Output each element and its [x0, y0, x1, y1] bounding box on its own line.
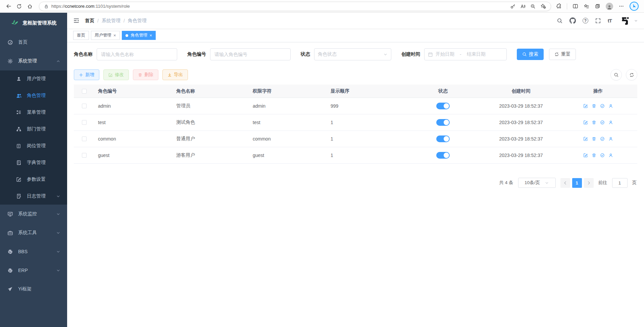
status-toggle[interactable] — [436, 152, 450, 159]
edit-row-icon[interactable] — [583, 120, 588, 125]
prev-page-button[interactable] — [560, 178, 570, 188]
favorites-bar-icon[interactable] — [584, 3, 589, 9]
font-size-icon[interactable]: tT — [608, 18, 612, 23]
assign-user-icon[interactable] — [608, 137, 613, 141]
sidebar-item-user-management[interactable]: 用户管理 — [0, 70, 67, 87]
show-search-toggle-button[interactable] — [610, 69, 622, 80]
tab-user-management[interactable]: 用户管理× — [91, 31, 120, 40]
status-toggle[interactable] — [436, 103, 450, 109]
read-aloud-icon[interactable] — [520, 4, 526, 9]
fullscreen-icon[interactable] — [595, 18, 601, 24]
search-button[interactable]: 搜索 — [517, 49, 544, 60]
role-name-input[interactable] — [97, 48, 177, 60]
bing-chat-icon[interactable] — [630, 2, 639, 11]
sidebar-item-role-management[interactable]: 角色管理 — [0, 87, 67, 104]
browser-profile-avatar[interactable] — [606, 3, 613, 10]
chevron-up-icon — [56, 59, 60, 63]
row-checkbox[interactable] — [82, 137, 87, 141]
browser-home-button[interactable] — [25, 1, 35, 11]
download-icon — [167, 73, 172, 77]
sidebar-item-menu-management[interactable]: 菜单管理 — [0, 104, 67, 121]
row-checkbox[interactable] — [82, 120, 87, 125]
chevron-down-icon — [56, 231, 60, 235]
url-text[interactable]: https://ccnetcore.com:1101/system/role — [51, 4, 510, 9]
breadcrumb-system: 系统管理 — [102, 18, 120, 24]
created-time-label: 创建时间 — [401, 51, 420, 57]
next-page-button[interactable] — [584, 178, 594, 188]
assign-user-icon[interactable] — [608, 153, 613, 158]
edit-row-icon[interactable] — [583, 153, 588, 158]
sidebar-collapse-icon[interactable] — [73, 17, 80, 24]
close-icon[interactable]: × — [150, 33, 152, 38]
password-key-icon[interactable] — [510, 4, 515, 9]
sidebar-item-yi-framework[interactable]: Yi框架 — [0, 280, 67, 298]
delete-row-icon[interactable] — [592, 153, 596, 158]
goto-page-input[interactable] — [612, 178, 628, 188]
assign-user-icon[interactable] — [608, 104, 613, 108]
sidebar-item-bbs[interactable]: BBS — [0, 242, 67, 261]
sidebar-item-dict-management[interactable]: 字典管理 — [0, 154, 67, 171]
delete-button[interactable]: 删除 — [133, 69, 158, 80]
help-icon[interactable]: ? — [583, 18, 588, 23]
gear-icon — [7, 58, 13, 64]
start-date-placeholder[interactable]: 开始日期 — [436, 51, 454, 57]
add-favorite-icon[interactable] — [540, 3, 546, 9]
edit-row-icon[interactable] — [583, 137, 588, 141]
reset-button[interactable]: 重置 — [549, 49, 576, 60]
row-checkbox[interactable] — [82, 153, 87, 158]
page-number-button[interactable]: 1 — [572, 178, 582, 188]
sidebar-item-system-management[interactable]: 系统管理 — [0, 52, 67, 70]
close-icon[interactable]: × — [113, 33, 116, 38]
select-all-checkbox[interactable] — [82, 89, 87, 94]
sidebar-item-erp[interactable]: ERP — [0, 261, 67, 280]
logo-leaf-icon — [10, 18, 19, 27]
role-table: 角色编号 角色名称 权限字符 显示顺序 状态 创建时间 操作 admin 管理员… — [74, 85, 637, 164]
sidebar-item-system-tools[interactable]: 系统工具 — [0, 223, 67, 242]
chevron-down-icon[interactable] — [634, 19, 638, 23]
role-code-input[interactable] — [210, 48, 291, 60]
date-range-picker[interactable]: 开始日期 - 结束日期 — [424, 48, 507, 60]
edit-row-icon[interactable] — [583, 104, 588, 108]
breadcrumb-home[interactable]: 首页 — [85, 18, 94, 24]
user-avatar[interactable] — [621, 16, 631, 26]
col-perm-string: 权限字符 — [253, 88, 331, 94]
data-scope-icon[interactable] — [600, 120, 605, 125]
sidebar-item-parameter-settings[interactable]: 参数设置 — [0, 171, 67, 188]
assign-user-icon[interactable] — [608, 120, 613, 125]
delete-row-icon[interactable] — [592, 120, 596, 125]
app-logo[interactable]: 意框架管理系统 — [0, 13, 67, 33]
search-icon[interactable] — [557, 18, 563, 24]
lock-icon[interactable] — [44, 4, 49, 9]
sidebar-item-department-management[interactable]: 部门管理 — [0, 121, 67, 138]
address-bar[interactable]: https://ccnetcore.com:1101/system/role — [39, 2, 551, 11]
end-date-placeholder[interactable]: 结束日期 — [467, 51, 486, 57]
status-toggle[interactable] — [436, 135, 450, 142]
github-icon[interactable] — [569, 17, 576, 24]
browser-refresh-button[interactable] — [14, 1, 24, 11]
data-scope-icon[interactable] — [600, 153, 605, 158]
sidebar-item-system-monitor[interactable]: 系统监控 — [0, 205, 67, 223]
status-select[interactable]: 角色状态 — [314, 48, 391, 60]
tab-role-management[interactable]: 角色管理× — [122, 31, 156, 40]
split-screen-icon[interactable] — [573, 3, 578, 9]
row-checkbox[interactable] — [82, 104, 87, 108]
sidebar-item-home[interactable]: 首页 — [0, 33, 67, 52]
tab-home[interactable]: 首页 — [73, 31, 89, 40]
collections-icon[interactable] — [595, 3, 600, 9]
add-button[interactable]: 新增 — [74, 69, 99, 80]
data-scope-icon[interactable] — [600, 137, 605, 141]
browser-back-button[interactable] — [3, 1, 13, 11]
status-toggle[interactable] — [436, 119, 450, 126]
browser-settings-more-icon[interactable] — [618, 3, 624, 9]
page-size-select[interactable]: 10条/页 — [518, 178, 556, 188]
refresh-table-button[interactable] — [626, 69, 637, 80]
sidebar-item-log-management[interactable]: 日志管理 — [0, 188, 67, 205]
delete-row-icon[interactable] — [592, 104, 596, 108]
export-button[interactable]: 导出 — [162, 69, 188, 80]
extensions-icon[interactable] — [556, 3, 561, 9]
data-scope-icon[interactable] — [600, 104, 605, 108]
delete-row-icon[interactable] — [592, 137, 596, 141]
sidebar-item-post-management[interactable]: 岗位管理 — [0, 138, 67, 154]
edit-button[interactable]: 修改 — [103, 69, 129, 80]
zoom-out-icon[interactable] — [530, 4, 536, 9]
